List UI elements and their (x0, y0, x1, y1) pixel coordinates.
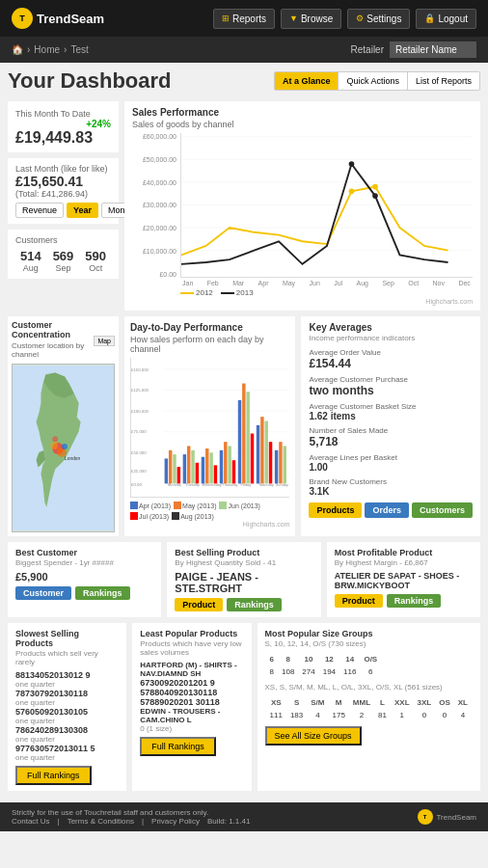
tab-quick-actions[interactable]: Quick Actions (339, 72, 408, 90)
s2-s-val: 183 (287, 710, 306, 720)
svg-rect-40 (196, 463, 199, 484)
customers-box: Customers 514 Aug 569 Sep 590 Oct (8, 230, 119, 279)
least-code-2: 67300920201201 9 (140, 678, 243, 688)
middle-row: Customer Concentration Customer location… (8, 316, 480, 536)
svg-text:Friday: Friday (240, 482, 251, 487)
retailer-label: Retailer (351, 44, 384, 55)
header: T TrendSeam ⊞ Reports ▼ Browse ⚙ Setting… (0, 0, 488, 37)
footer-note: Strictly for the use of Touchretail staf… (12, 808, 250, 817)
sales-line-chart (180, 133, 473, 278)
products-btn[interactable]: Products (309, 502, 362, 518)
footer-sep1: | (58, 817, 60, 826)
svg-text:£125,000: £125,000 (131, 388, 149, 393)
best-selling-value: PAIGE - JEANS - STE.STRGHT (175, 571, 312, 594)
svg-rect-50 (242, 384, 245, 484)
s2-sm-val: 4 (308, 710, 327, 720)
key-avg-sub: Income performance indicators (309, 334, 473, 342)
map-toggle[interactable]: Map (94, 336, 115, 346)
toggle-year[interactable]: Year (67, 203, 98, 218)
map-header: Customer Concentration Customer location… (12, 320, 115, 362)
customer-stat-sep: 569 Sep (48, 249, 79, 273)
product-btn[interactable]: Product (175, 598, 223, 611)
s2-mml: MML (350, 697, 373, 708)
footer: Strictly for the use of Touchretail staf… (0, 802, 488, 831)
svg-point-7 (372, 184, 378, 190)
map-area: London (12, 364, 115, 532)
slowest-note-5: one quarter (15, 753, 119, 762)
avg-cust-label: Average Customer Purchase (309, 375, 473, 384)
page-title: Your Dashboard (8, 68, 172, 94)
y-label-5: £20,000.00 (132, 225, 176, 231)
retailer-select[interactable]: Retailer Name (390, 41, 476, 58)
s2-xl: XL (455, 697, 471, 708)
rankings-btn[interactable]: Rankings (75, 586, 130, 600)
tab-at-a-glance[interactable]: At a Glance (275, 72, 339, 90)
highcharts-note: Highcharts.com (132, 298, 473, 305)
browse-icon: ▼ (289, 14, 298, 23)
least-popular-panel: Least Popular Products Products which ha… (132, 623, 251, 791)
bar-chart-svg: £150,000 £125,000 £100,000 £75,000 £50,0… (130, 358, 289, 498)
breadcrumb-bar: 🏠 › Home › Test Retailer Retailer Name (0, 37, 488, 63)
sales-chart-panel: Sales Performance Sales of goods by chan… (124, 101, 480, 311)
customers-title: Customers (15, 235, 111, 245)
size-val-os: 6 (361, 666, 380, 677)
legend-jun: Jun (2013) (219, 502, 259, 509)
svg-text:Wednesday: Wednesday (203, 482, 222, 487)
legend-aug: Aug (2013) (172, 512, 214, 520)
customer-btn[interactable]: Customer (15, 586, 71, 600)
profit-rankings-btn[interactable]: Rankings (387, 594, 442, 608)
last-month-total: (Total: £41,286.94) (15, 189, 111, 199)
see-all-sizes-btn[interactable]: See All Size Groups (265, 726, 362, 746)
page-title-row: Your Dashboard At a Glance Quick Actions… (8, 68, 480, 94)
footer-contact[interactable]: Contact Us (12, 817, 50, 826)
s2-os-val: 0 (436, 710, 453, 720)
reports-button[interactable]: ⊞ Reports (213, 9, 275, 29)
best-sell-rankings-btn[interactable]: Rankings (227, 598, 282, 611)
svg-rect-56 (269, 442, 272, 483)
svg-rect-35 (173, 454, 176, 483)
footer-privacy[interactable]: Privacy Policy (151, 817, 200, 826)
avg-basket-size: Average Customer Basket Size 1.62 items (309, 402, 473, 421)
slowest-code-1: 88134052013012 9 (15, 670, 119, 680)
top-row: This Month To Date +24% £19,449.83 Last … (8, 101, 480, 311)
slowest-full-rankings[interactable]: Full Rankings (15, 766, 92, 785)
svg-rect-36 (177, 467, 180, 483)
svg-text:£0.00: £0.00 (131, 482, 142, 487)
last-month-box: Last Month (like for like) £15,650.41 (T… (8, 158, 119, 224)
s2-3xl-val: 0 (415, 710, 435, 720)
orders-btn[interactable]: Orders (365, 502, 409, 518)
breadcrumb-test: Test (70, 44, 88, 55)
svg-rect-34 (169, 450, 172, 484)
browse-button[interactable]: ▼ Browse (281, 9, 341, 29)
svg-rect-49 (238, 400, 241, 484)
profit-product-btn[interactable]: Product (335, 594, 383, 608)
customer-num-sep: 569 (48, 249, 79, 263)
y-label-3: £40,000.00 (132, 179, 176, 186)
least-popular-sub: Products which have very low sales volum… (140, 639, 243, 657)
footer-terms[interactable]: Terms & Conditions (68, 817, 134, 826)
size-hdr-6: 6 (267, 654, 277, 665)
avg-lines-val: 1.00 (309, 462, 473, 473)
slowest-code-2: 787307920130118 (15, 689, 119, 698)
least-btn-row: Full Rankings (140, 737, 243, 756)
toggle-revenue[interactable]: Revenue (15, 203, 64, 218)
settings-button[interactable]: ⚙ Settings (347, 9, 410, 29)
svg-rect-58 (279, 442, 282, 483)
svg-text:£25,000: £25,000 (131, 469, 147, 474)
logout-button[interactable]: 🔒 Logout (416, 9, 476, 29)
uk-map-svg: London (13, 365, 114, 531)
size-val-6: 8 (267, 666, 277, 677)
slowest-item-3: 576050920130105 one quarter (15, 707, 119, 725)
svg-rect-47 (228, 446, 230, 483)
least-full-rankings[interactable]: Full Rankings (140, 737, 216, 756)
s2-xxl-val: 1 (392, 710, 413, 720)
most-profitable-title: Most Profitable Product (335, 548, 473, 557)
avg-basket-val: 1.62 items (309, 411, 473, 421)
avg-order-val: £154.44 (309, 357, 473, 370)
tab-list-of-reports[interactable]: List of Reports (408, 72, 479, 90)
avg-cust-val: two months (309, 384, 473, 397)
avg-new-label: Brand New Customers (309, 477, 473, 486)
customers-btn[interactable]: Customers (412, 502, 473, 518)
s2-3xl: 3XL (415, 697, 435, 708)
this-month-box: This Month To Date +24% £19,449.83 (8, 101, 119, 152)
